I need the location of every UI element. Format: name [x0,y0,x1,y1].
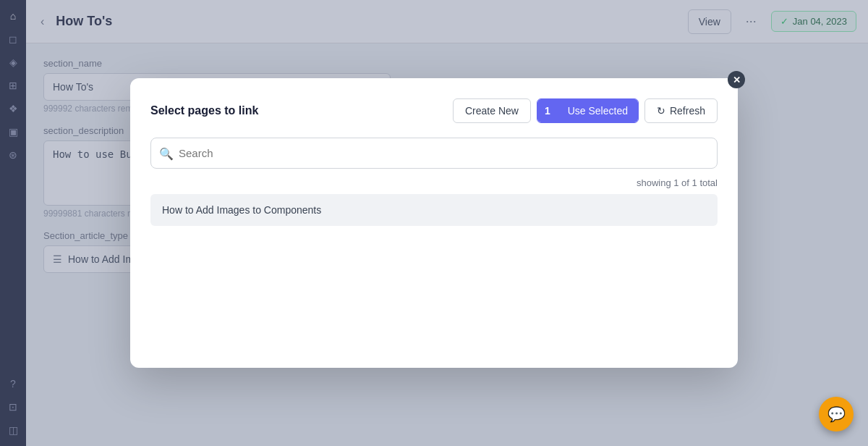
modal-overlay: ✕ Select pages to link Create New 1 Use … [0,0,868,446]
use-selected-button[interactable]: 1 Use Selected [537,98,639,123]
chat-button[interactable]: 💬 [819,397,854,432]
result-item[interactable]: How to Add Images to Components [150,194,718,226]
use-selected-label: Use Selected [558,99,638,122]
search-container: 🔍 [150,138,718,169]
use-selected-badge: 1 [537,99,558,122]
chat-icon: 💬 [827,405,846,423]
modal-title: Select pages to link [150,104,258,117]
search-input[interactable] [150,138,718,169]
refresh-icon: ↻ [657,105,665,117]
refresh-button[interactable]: ↻ Refresh [644,98,718,123]
search-icon: 🔍 [159,146,174,160]
refresh-label: Refresh [670,105,705,117]
modal-actions: Create New 1 Use Selected ↻ Refresh [453,98,718,123]
results-info: showing 1 of 1 total [150,177,718,188]
modal-header: Select pages to link Create New 1 Use Se… [150,98,718,123]
results-list: How to Add Images to Components [150,194,718,226]
result-item-label: How to Add Images to Components [162,204,321,216]
modal-close-button[interactable]: ✕ [728,71,745,88]
modal: ✕ Select pages to link Create New 1 Use … [130,78,738,368]
create-new-button[interactable]: Create New [453,98,531,123]
